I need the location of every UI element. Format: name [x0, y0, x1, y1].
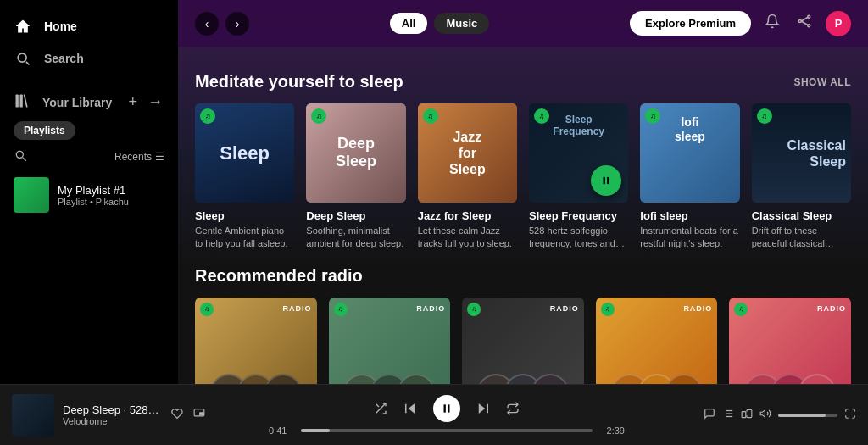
card-jazz-sleep[interactable]: Jazz forSleep ♫ Jazz for Sleep Let these… [418, 103, 517, 249]
card-title: Sleep Frequency [529, 209, 628, 222]
svg-point-5 [808, 15, 810, 18]
sidebar: Home Search Your Library + → [0, 0, 178, 384]
lyrics-button[interactable] [704, 408, 715, 422]
shuffle-button[interactable] [374, 402, 387, 415]
card-subtitle: Gentle Ambient piano to help you fall as… [195, 225, 294, 249]
user-avatar[interactable]: P [826, 11, 851, 36]
svg-rect-18 [448, 404, 449, 412]
svg-line-8 [801, 21, 808, 25]
repeat-button[interactable] [506, 402, 520, 415]
card-subtitle: Instrumental beats for a restful night's… [640, 225, 739, 249]
card-title: Sleep [195, 209, 294, 222]
explore-premium-button[interactable]: Explore Premium [630, 11, 751, 36]
radio-section-header: Recommended radio [195, 266, 851, 286]
card-sleep[interactable]: Sleep ♫ Sleep Gentle Ambient piano to he… [195, 103, 294, 249]
spotify-badge: ♫ [200, 108, 215, 124]
radio-thumb-snow: ♫ RADIO [329, 298, 451, 384]
meditate-section-header: Meditate yourself to sleep Show all [195, 72, 851, 92]
card-thumb-freq: Sleep Frequency ♫ [529, 103, 628, 203]
recents-label[interactable]: Recents ☰ [114, 151, 164, 163]
svg-rect-17 [444, 404, 446, 412]
connect-device-button[interactable] [741, 408, 753, 422]
svg-rect-0 [16, 95, 19, 108]
card-thumb-classical: ClassicalSleep ♫ [752, 103, 851, 203]
fullscreen-button[interactable] [844, 408, 856, 422]
card-lofi-sleep[interactable]: lofi sleep ♫ lofi sleep Instrumental bea… [640, 103, 739, 249]
card-title: Deep Sleep [306, 209, 405, 222]
card-title: lofi sleep [640, 209, 739, 222]
svg-rect-12 [200, 413, 204, 415]
radio-card-filhaal[interactable]: ♫ RADIO Filhaal [729, 298, 851, 384]
filter-all[interactable]: All [390, 13, 428, 34]
playlist-thumbnail [14, 177, 49, 213]
library-title[interactable]: Your Library [14, 92, 112, 112]
radio-thumb-filhaal: ♫ RADIO [729, 298, 851, 384]
heart-button[interactable] [170, 406, 185, 424]
card-thumb-jazz: Jazz forSleep ♫ [418, 103, 517, 203]
play-pause-button[interactable] [433, 395, 460, 422]
time-current: 0:41 [269, 426, 294, 436]
card-subtitle: Let these calm Jazz tracks lull you to s… [418, 225, 517, 249]
progress-track[interactable] [301, 429, 593, 432]
radio-thumb-warming: ♫ RADIO [195, 298, 317, 384]
now-playing-thumbnail [12, 394, 54, 437]
svg-point-4 [798, 20, 801, 23]
library-actions: + → [126, 92, 164, 113]
svg-rect-1 [20, 95, 23, 108]
prev-button[interactable] [403, 401, 418, 416]
playlists-filter-badge[interactable]: Playlists [14, 121, 164, 148]
card-deep-sleep[interactable]: DeepSleep ♫ Deep Sleep Soothing, minimal… [306, 103, 405, 249]
svg-marker-19 [479, 403, 486, 414]
player-controls [374, 395, 520, 422]
card-title: Jazz for Sleep [418, 209, 517, 222]
card-subtitle: Soothing, minimalist ambient for deep sl… [306, 225, 405, 249]
volume-button[interactable] [760, 408, 771, 422]
spotify-badge: ♫ [423, 108, 438, 124]
radio-card-snow[interactable]: ♫ RADIO The Sound of Snow [329, 298, 451, 384]
home-icon [14, 17, 32, 36]
search-icon [14, 49, 32, 68]
next-button[interactable] [476, 401, 491, 416]
pip-button[interactable] [192, 406, 207, 424]
card-sleep-frequency[interactable]: Sleep Frequency ♫ Sleep Frequency 528 he… [529, 103, 628, 249]
radio-card-warming[interactable]: ♫ RADIO Warming (Mvt. 5) [195, 298, 317, 384]
connect-button[interactable] [793, 10, 815, 36]
card-title: Classical Sleep [752, 209, 851, 222]
forward-button[interactable]: › [225, 12, 249, 36]
sidebar-item-search[interactable]: Search [14, 42, 164, 75]
header-right: Explore Premium P [630, 10, 851, 36]
playlist-item[interactable]: My Playlist #1 Playlist • Pikachu [14, 172, 164, 218]
radio-thumb-saari: ♫ RADIO [596, 298, 718, 384]
now-playing-bar: Deep Sleep · 528 Hz Velodrome [0, 384, 868, 445]
main-content: ‹ › All Music Explore Premium P [178, 0, 868, 384]
radio-card-baap[interactable]: ♫ RADIO Baap [462, 298, 584, 384]
show-all-button[interactable]: Show all [793, 76, 851, 88]
progress-bar-area: 0:41 2:39 [269, 426, 625, 436]
library-label: Your Library [42, 96, 112, 109]
progress-fill [301, 429, 330, 432]
now-playing-left: Deep Sleep · 528 Hz Velodrome [12, 394, 207, 437]
queue-button[interactable] [722, 408, 734, 422]
back-button[interactable]: ‹ [195, 12, 219, 36]
expand-library-button[interactable]: → [146, 92, 164, 113]
svg-marker-15 [409, 403, 415, 414]
radio-card-saari[interactable]: ♫ RADIO Saari Duniya Jalaa Denge [596, 298, 718, 384]
search-library-button[interactable] [14, 148, 27, 165]
card-subtitle: 528 hertz solfeggio frequency, tones and… [529, 225, 628, 249]
playlist-name: My Playlist #1 [58, 184, 129, 197]
np-artist: Velodrome [63, 416, 161, 426]
card-thumb-sleep: Sleep ♫ [195, 103, 294, 203]
playlist-info: My Playlist #1 Playlist • Pikachu [58, 184, 129, 207]
card-classical-sleep[interactable]: ClassicalSleep ♫ Classical Sleep Drift o… [752, 103, 851, 249]
notifications-button[interactable] [761, 10, 783, 36]
library-header: Your Library + → [14, 92, 164, 113]
svg-marker-28 [760, 410, 765, 417]
sidebar-item-home[interactable]: Home [14, 10, 164, 42]
add-library-button[interactable]: + [126, 92, 139, 113]
spotify-badge: ♫ [534, 108, 549, 124]
library-section: Your Library + → Playlists Recents ☰ [0, 85, 178, 384]
spotify-badge: ♫ [757, 108, 772, 124]
filter-music[interactable]: Music [434, 13, 489, 34]
volume-track[interactable] [778, 414, 837, 417]
playlist-sub: Playlist • Pikachu [58, 197, 129, 207]
